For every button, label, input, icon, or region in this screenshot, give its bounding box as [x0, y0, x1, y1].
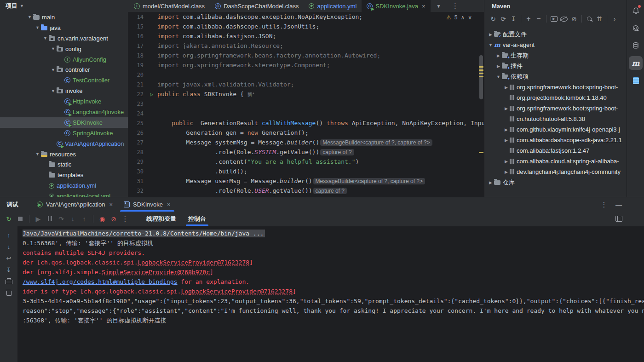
close-icon[interactable]: ×	[422, 3, 426, 10]
project-tree-item-application-local-yml[interactable]: application-local.yml	[0, 191, 128, 197]
maven-tree-item-var-ai-agent[interactable]: ▼mvar-ai-agent	[484, 40, 627, 50]
maven-tree-item-com-alibaba-cloud-ai-spring-ai-alibaba[interactable]: ▶com.alibaba.cloud.ai:spring-ai-alibaba-	[484, 156, 627, 167]
download-button[interactable]: ↧	[508, 14, 518, 24]
chevron-right-icon[interactable]: ▶	[503, 170, 510, 174]
stripe-button-notifications[interactable]	[629, 4, 643, 17]
chevron-down-icon[interactable]: ▼	[495, 75, 502, 79]
arrow-down-button[interactable]: ↓	[4, 242, 13, 251]
mute-breakpoints-button[interactable]: ⊘	[109, 214, 119, 224]
chevron-down-icon[interactable]: ▼	[34, 152, 41, 156]
chevron-right-icon[interactable]: ▶	[503, 85, 510, 90]
project-tree-item-varaiagentapplication[interactable]: C▶VarAiAgentApplication	[0, 138, 128, 149]
project-tree-item-static[interactable]: static	[0, 159, 128, 170]
close-icon[interactable]: ×	[109, 201, 113, 208]
project-tree-item-templates[interactable]: templates	[0, 170, 128, 180]
chevron-right-icon[interactable]: ▶	[495, 53, 502, 58]
chevron-right-button[interactable]: ›	[610, 14, 620, 24]
chevron-down-icon[interactable]: ▼	[34, 25, 41, 30]
chevron-right-icon[interactable]: ▶	[487, 32, 494, 37]
project-tree-item-resources[interactable]: ▼resources	[0, 149, 128, 160]
chevron-right-icon[interactable]: ▶	[503, 138, 510, 143]
step-over-button[interactable]: ↷	[56, 214, 66, 224]
minimize-button[interactable]: —	[614, 200, 624, 210]
view-tab-threads-variables[interactable]: 线程和变量	[140, 212, 182, 226]
chevron-down-icon[interactable]: ▼	[487, 43, 494, 47]
rerun-button[interactable]: ↻	[4, 214, 14, 224]
debug-tab-varaiagentapplication[interactable]: ▶VarAiAgentApplication×	[31, 197, 118, 212]
chevron-down-icon[interactable]: ▼	[26, 15, 33, 19]
project-tree-item-controller[interactable]: ▼controller	[0, 64, 128, 75]
view-tab-console[interactable]: 控制台	[182, 212, 212, 226]
inspection-widget[interactable]: ⚠ 5 ∧ ∨	[444, 14, 474, 21]
maven-tree-item-profiles[interactable]: ▶​✓配置文件	[484, 29, 627, 40]
arrow-up-button[interactable]: ↑	[4, 230, 13, 240]
scrollbar-thumb[interactable]	[479, 55, 483, 99]
pause-button[interactable]	[45, 214, 55, 224]
maven-tree-item-plugins[interactable]: ▶●插件	[484, 61, 627, 71]
debug-tab-sdkinvoke[interactable]: SDKInvoke×	[118, 197, 176, 212]
console-output[interactable]: Java/JavaVirtualMachines/corretto-21.0.8…	[18, 226, 644, 362]
editor-tab-application-yml[interactable]: application.yml	[304, 0, 362, 12]
project-tree-item-springaiinvoke[interactable]: CSpringAiInvoke	[0, 128, 128, 138]
chevron-right-icon[interactable]: ▶	[503, 106, 510, 111]
stop-button[interactable]	[15, 214, 25, 224]
trash-button[interactable]	[4, 288, 13, 297]
project-tree-item-java[interactable]: ▼java	[0, 23, 128, 33]
project-tool-window[interactable]: ▼main▼java▼cn.varin.varaiagent▼configIAl…	[0, 12, 128, 197]
chevron-down-icon[interactable]: ▼	[50, 68, 57, 72]
minus-button[interactable]: −	[534, 14, 544, 24]
project-tree-item-application-yml[interactable]: application.yml	[0, 180, 128, 191]
project-tree-item-testcontroller[interactable]: CTestController	[0, 75, 128, 86]
offline-button[interactable]: ⊘	[569, 14, 579, 24]
project-tree-item-sdkinvoke[interactable]: C▶SDKInvoke	[0, 117, 128, 128]
plus-button[interactable]: +	[523, 14, 534, 24]
editor-tab-sdkinvoke-java[interactable]: C▶SDKInvoke.java×	[362, 0, 430, 12]
soft-wrap-button[interactable]: ↩	[4, 253, 13, 263]
stripe-button-plugin[interactable]	[629, 74, 643, 87]
maven-tree-item-org-springframework-boot-spring-boot[interactable]: ▶org.springframework.boot:spring-boot-	[484, 103, 627, 114]
more-vert-button[interactable]: ⋮	[120, 214, 130, 224]
chevron-right-icon[interactable]: ▶	[495, 64, 502, 69]
project-tree-item-invoke[interactable]: ▼invoke	[0, 86, 128, 96]
maven-tree-item-com-github-xiaoymin-knife4j-openapi3-j[interactable]: ▶com.github.xiaoymin:knife4j-openapi3-j	[484, 124, 627, 135]
print-button[interactable]	[4, 276, 13, 286]
scroll-end-button[interactable]: ↧	[4, 265, 13, 274]
maven-tree-item-com-alibaba-fastjson-1-2-47[interactable]: com.alibaba:fastjson:1.2.47	[484, 145, 627, 156]
sync-folder-button[interactable]: ⟳	[498, 14, 508, 24]
project-tree-item-langchaiin4jinvoke[interactable]: C▶Langchaiin4jInvoke	[0, 107, 128, 117]
more-vert-button[interactable]: ⋮	[599, 200, 609, 210]
maven-tree-item-org-springframework-boot-spring-boot[interactable]: ▶org.springframework.boot:spring-boot-	[484, 82, 627, 92]
code-editor[interactable]: 14import com.alibaba.dashscope.exception…	[128, 12, 484, 197]
layout-button[interactable]	[614, 214, 624, 224]
maven-tree-item-repositories[interactable]: ▶仓库	[484, 177, 627, 188]
eye-off-button[interactable]	[559, 14, 569, 24]
maven-tree-item-cn-hutool-hutool-all-5-8-38[interactable]: cn.hutool:hutool-all:5.8.38	[484, 114, 627, 124]
more-vert-icon[interactable]: ⋮	[447, 1, 464, 11]
maven-tree-item-org-projectlombok-lombok-1-18-40[interactable]: org.projectlombok:lombok:1.18.40	[484, 92, 627, 103]
run-line-icon[interactable]: ▷	[150, 92, 154, 98]
maven-tree-item-com-alibaba-dashscope-sdk-java-2-21-1[interactable]: ▶com.alibaba:dashscope-sdk-java:2.21.1	[484, 135, 627, 145]
console-link[interactable]: /www.slf4j.org/codes.html#multiple_bindi…	[23, 278, 178, 285]
maven-tree-item-dev-langchain4j-langchain4j-community[interactable]: ▶dev.langchain4j:langchain4j-community	[484, 167, 627, 177]
editor-tab-dashscopechatmodel-class[interactable]: CDashScopeChatModel.class	[210, 0, 304, 12]
chevron-down-icon[interactable]: ▼	[50, 46, 57, 51]
stripe-button-maven[interactable]: m	[629, 56, 643, 70]
editor-tab-model-chatmodel-class[interactable]: Imodel/ChatModel.class	[129, 0, 210, 12]
chevron-right-icon[interactable]: ▶	[503, 127, 510, 132]
chevron-down-icon[interactable]: ▼	[431, 1, 447, 11]
project-tree-item-aliyunconfig[interactable]: IAliyunConfig	[0, 54, 128, 65]
editor-scrollbar[interactable]	[478, 12, 484, 197]
project-tree-item-config[interactable]: ▼config	[0, 44, 128, 54]
chevron-down-icon[interactable]: ▼	[42, 36, 49, 40]
next-warning-icon[interactable]: ∨	[468, 14, 472, 21]
project-tool-window-header[interactable]: 项目 ▼	[6, 2, 24, 10]
refresh-button[interactable]: ↻	[488, 14, 498, 24]
stripe-button-ai-assistant[interactable]	[629, 21, 643, 35]
prev-warning-icon[interactable]: ∧	[460, 14, 465, 21]
chevron-right-icon[interactable]: ▶	[487, 180, 494, 185]
project-tree-item-cn-varin-varaiagent[interactable]: ▼cn.varin.varaiagent	[0, 33, 128, 44]
search-button[interactable]	[584, 14, 594, 24]
maven-tree-item-dependencies[interactable]: ▼●依赖项	[484, 71, 627, 82]
maven-tree[interactable]: ▶​✓配置文件▼mvar-ai-agent▶●生存期▶●插件▼●依赖项▶org.…	[484, 26, 627, 188]
step-out-button[interactable]: ↑	[79, 214, 89, 224]
